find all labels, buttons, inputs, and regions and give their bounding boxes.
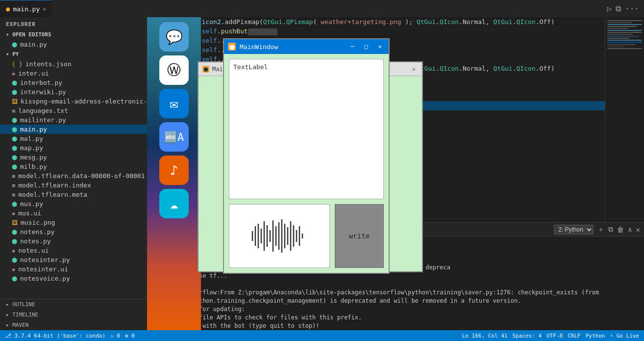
py-icon: ⬤ (12, 145, 17, 151)
close-tab-icon[interactable]: ✕ (43, 6, 46, 12)
file-icon: ≡ (12, 182, 15, 189)
qt-maximize-button[interactable]: □ (361, 42, 371, 52)
terminal-line: tensorflow.python.training.checkpoint_ma… (153, 297, 638, 305)
terminal-content[interactable]: WARNING:te...als>.wrappers... ll be remo… (147, 236, 644, 330)
py-icon: ⬤ (12, 164, 17, 169)
panel-tabs: PROBLEMS OUTPUT DEBUG CONSOLE TERMINAL 2… (147, 223, 644, 236)
sidebar-section-open-editors[interactable]: ▾ OPEN EDITORS (0, 29, 147, 40)
py-icon: ⬤ (12, 136, 17, 141)
file-name: notesinter.ui (18, 265, 68, 273)
file-name: notes.ui (18, 247, 49, 254)
tab-group: ● main.py ✕ (0, 0, 52, 17)
file-list: { } intents.json ◈ inter.ui ⬤ interbot.p… (0, 59, 147, 299)
file-item-notens[interactable]: ⬤ notens.py (0, 227, 147, 236)
qt-write-button[interactable]: write (335, 204, 384, 268)
run-icon[interactable]: ▷ (607, 4, 612, 13)
status-language[interactable]: Python (586, 333, 605, 339)
file-item-music-png[interactable]: 🖼 music.png (0, 218, 147, 227)
add-terminal-icon[interactable]: ＋ (597, 225, 604, 234)
status-left: ⎇ 3.7.4 64-bit ('base': conda) ⚠ 0 ⊗ 0 (5, 333, 135, 339)
minimap (605, 17, 644, 222)
file-item-main-py[interactable]: ⬤ main.py (0, 125, 147, 134)
file-item-mal[interactable]: ⬤ mal.py (0, 134, 147, 143)
split-editor-icon[interactable]: ⧉ (616, 4, 621, 13)
file-item-model-meta[interactable]: ≡ model.tflearn.meta (0, 190, 147, 199)
file-name: notesinter.py (20, 256, 70, 263)
file-item-model-data[interactable]: ≡ model.tflearn.data-00000-of-00001 (0, 171, 147, 181)
terminal-line: WARNING:tensorflow:From Z:\progam\Anacon… (153, 289, 638, 297)
png-icon: 🖼 (12, 219, 18, 226)
file-item-mus-py[interactable]: ⬤ mus.py (0, 199, 147, 209)
split-terminal-icon[interactable]: ⧉ (608, 225, 613, 234)
status-encoding[interactable]: UTF-8 (546, 333, 563, 339)
status-errors[interactable]: ⊗ 0 (125, 333, 135, 339)
editor-area: 155156157158159 160161162163164 165166 1… (147, 17, 644, 330)
file-item-mailinter[interactable]: ⬤ mailinter.py (0, 115, 147, 125)
file-item-interbot[interactable]: ⬤ interbot.py (0, 78, 147, 87)
qt-body: TextLabel (224, 54, 389, 273)
status-eol[interactable]: CRLF (568, 333, 581, 339)
qt-title-icon: ⬤ (228, 43, 236, 51)
file-name: languages.txt (18, 107, 68, 114)
status-spaces[interactable]: Spaces: 4 (512, 333, 542, 339)
sidebar-section-py[interactable]: ▾ PY (0, 49, 147, 59)
qt-main-window[interactable]: ⬤ MainWindow ─ □ ✕ TextLabel (223, 38, 390, 274)
waveform-svg (248, 216, 311, 256)
file-item-mus-ui[interactable]: ◈ mus.ui (0, 209, 147, 218)
py-icon: ⬤ (12, 42, 17, 47)
py-icon: ⬤ (12, 229, 17, 235)
py-icon: ⬤ (12, 238, 17, 244)
sidebar-maven[interactable]: ▸ MAVEN (0, 320, 147, 330)
python-version-select[interactable]: 2: Python (554, 225, 594, 235)
sidebar-timeline[interactable]: ▸ TIMELINE (0, 310, 147, 320)
file-item-notesinter-ui[interactable]: ◈ notesinter.ui (0, 264, 147, 274)
panel-tab-problems[interactable]: PROBLEMS (151, 223, 187, 236)
panel-tab-output[interactable]: OUTPUT (189, 223, 218, 236)
status-warnings[interactable]: ⚠ 0 (110, 333, 120, 339)
file-item-model-index[interactable]: ≡ model.tflearn.index (0, 181, 147, 190)
close-panel-icon[interactable]: ✕ (636, 226, 640, 234)
python-icon: ● (6, 5, 10, 13)
file-name: model.tflearn.meta (18, 191, 87, 198)
status-ln-col[interactable]: Ln 166, Col 41 (462, 333, 508, 339)
sidebar-outline[interactable]: ▸ OUTLINE (0, 299, 147, 310)
file-name: interwiki.py (20, 88, 66, 96)
file-item-mesg[interactable]: ⬤ mesg.py (0, 153, 147, 162)
qt-title-text: MainWindow (240, 43, 344, 51)
tab-main-py[interactable]: ● main.py ✕ (0, 0, 52, 17)
code-editor: 155156157158159 160161162163164 165166 1… (147, 17, 644, 222)
py-icon: ⬤ (12, 89, 17, 95)
more-actions-icon[interactable]: ··· (625, 4, 639, 13)
sidebar: EXPLORER ▾ OPEN EDITORS ⬤ main.py ▾ PY {… (0, 17, 147, 330)
open-editor-label: main.py (20, 41, 47, 48)
terminal-line: Use standard file APIs to check for file… (153, 314, 638, 322)
file-item-map[interactable]: ⬤ map.py (0, 143, 147, 153)
qt-write-label: write (349, 232, 370, 240)
file-name: intents.json (25, 60, 72, 68)
file-item-notes-ui[interactable]: ◈ notes.ui (0, 246, 147, 255)
status-python-env[interactable]: ⎇ 3.7.4 64-bit ('base': conda) (5, 333, 105, 339)
file-item-notes-py[interactable]: ⬤ notes.py (0, 236, 147, 246)
delete-terminal-icon[interactable]: 🗑 (617, 226, 624, 234)
py-icon: ⬤ (12, 80, 17, 85)
file-item-interwiki[interactable]: ⬤ interwiki.py (0, 87, 147, 97)
file-name: map.py (20, 144, 43, 152)
file-item-languages[interactable]: ≡ languages.txt (0, 106, 147, 115)
file-name: model.tflearn.data-00000-of-00001 (18, 172, 145, 180)
file-item-inter-ui[interactable]: ◈ inter.ui (0, 69, 147, 78)
qt-minimize-button[interactable]: ─ (347, 42, 357, 52)
file-item-kisspng[interactable]: 🖼 kisspng-email-address-electronic-maili… (0, 97, 147, 106)
chevron-up-icon[interactable]: ∧ (628, 226, 632, 234)
qt-buttons-row: write (229, 204, 384, 268)
status-go-live[interactable]: ⚡ Go Live (610, 333, 639, 339)
file-name: mesg.py (20, 154, 47, 161)
file-item-notesvoice[interactable]: ⬤ notesvoice.py (0, 274, 147, 283)
file-item-milb[interactable]: ⬤ milb.py (0, 162, 147, 171)
py-icon: ⬤ (12, 257, 17, 262)
file-item-notesinter-py[interactable]: ⬤ notesinter.py (0, 255, 147, 264)
open-editor-main-py[interactable]: ⬤ main.py (0, 40, 147, 49)
qt-close-button[interactable]: ✕ (375, 42, 385, 52)
top-bar: ● main.py ✕ ▷ ⧉ ··· (0, 0, 644, 17)
py-icon: ⬤ (12, 155, 17, 160)
file-item-intents[interactable]: { } intents.json (0, 59, 147, 69)
